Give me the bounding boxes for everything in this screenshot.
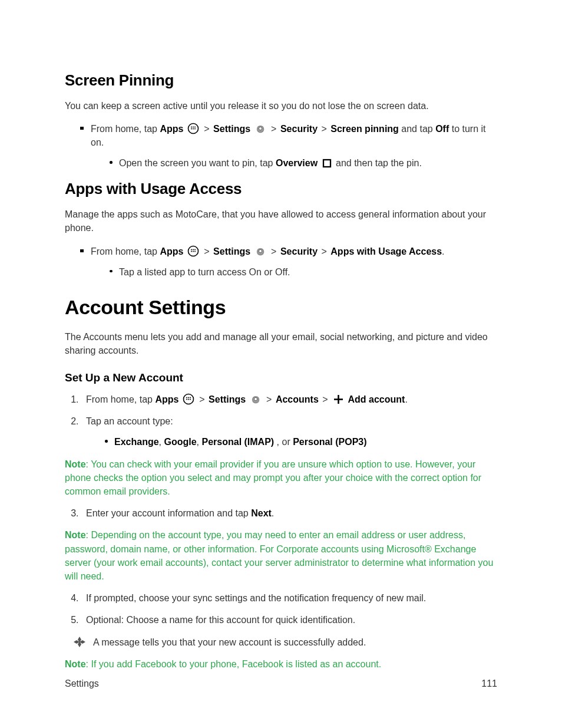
svg-point-21 xyxy=(186,399,187,400)
sublist: Tap a listed app to turn access On or Of… xyxy=(91,265,497,279)
note-2: Note: Depending on the account type, you… xyxy=(65,528,497,583)
heading-screen-pinning: Screen Pinning xyxy=(65,70,497,92)
text: and then tap the pin. xyxy=(333,158,422,168)
gt-separator: > xyxy=(199,394,204,404)
text: . xyxy=(405,394,407,404)
svg-point-10 xyxy=(191,249,192,250)
footer-page-number: 111 xyxy=(481,677,497,690)
text: From home, tap xyxy=(91,246,160,256)
intro-screen-pinning: You can keep a screen active until you r… xyxy=(65,99,497,113)
step-5: Optional: Choose a name for this account… xyxy=(81,613,497,627)
plus-icon xyxy=(333,394,344,405)
gt-separator: > xyxy=(322,394,328,404)
svg-point-15 xyxy=(194,251,196,252)
heading-account-settings: Account Settings xyxy=(65,293,497,322)
steps-list-cont: Enter your account information and tap N… xyxy=(65,506,497,520)
text: and tap xyxy=(399,124,435,134)
step-4: If prompted, choose your sync settings a… xyxy=(81,591,497,605)
heading-setup-account: Set Up a New Account xyxy=(65,370,497,386)
diamond-icon xyxy=(73,635,86,652)
label-next: Next xyxy=(251,508,272,518)
svg-point-4 xyxy=(191,128,192,129)
text: . xyxy=(442,246,444,256)
gt-separator: > xyxy=(271,246,276,256)
note-1: Note: You can check with your email prov… xyxy=(65,457,497,499)
step-2: Tap an account type: Exchange, Google, P… xyxy=(81,414,497,449)
svg-point-7 xyxy=(259,127,262,130)
sublist: Open the screen you want to pin, tap Ove… xyxy=(91,156,497,170)
svg-point-23 xyxy=(190,399,191,400)
svg-point-11 xyxy=(193,249,194,250)
gt-separator: > xyxy=(322,246,327,256)
option-google: Google xyxy=(164,437,196,447)
settings-icon xyxy=(250,393,262,405)
option-imap: Personal (IMAP) xyxy=(201,437,274,447)
note-3: Note: If you add Facebook to your phone,… xyxy=(65,657,497,671)
label-security: Security xyxy=(280,246,318,256)
svg-point-20 xyxy=(190,397,191,398)
svg-point-2 xyxy=(193,126,194,127)
apps-icon xyxy=(183,393,194,405)
svg-point-14 xyxy=(193,251,194,252)
intro-account-settings: The Accounts menu lets you add and manag… xyxy=(65,330,497,357)
options-list: Exchange, Google, Personal (IMAP) , or P… xyxy=(86,435,497,449)
overview-icon xyxy=(322,158,332,169)
document-page: Screen Pinning You can keep a screen act… xyxy=(0,0,562,728)
svg-point-18 xyxy=(186,397,187,398)
footer-section: Settings xyxy=(65,677,99,690)
steps-list: From home, tap Apps > Settings > Account… xyxy=(65,393,497,449)
label-apps: Apps xyxy=(160,124,183,134)
label-settings: Settings xyxy=(213,246,250,256)
svg-point-13 xyxy=(191,251,192,252)
gt-separator: > xyxy=(271,124,276,134)
label-add-account: Add account xyxy=(348,394,405,404)
label-security: Security xyxy=(280,124,318,134)
svg-point-16 xyxy=(259,249,262,252)
svg-point-3 xyxy=(194,126,196,127)
gt-separator: > xyxy=(204,246,209,256)
gt-separator: > xyxy=(266,394,272,404)
label-accounts: Accounts xyxy=(276,394,319,404)
step-1: From home, tap Apps > Settings > Account… xyxy=(81,393,497,406)
label-settings: Settings xyxy=(209,394,246,404)
gt-separator: > xyxy=(204,124,209,134)
label-off: Off xyxy=(435,124,449,134)
label-apps: Apps xyxy=(160,246,183,256)
text: Open the screen you want to pin, tap xyxy=(119,158,276,168)
svg-point-24 xyxy=(254,397,257,400)
list-item: Tap a listed app to turn access On or Of… xyxy=(111,265,497,279)
note-text: : If you add Facebook to your phone, Fac… xyxy=(86,659,382,669)
list-item: From home, tap Apps > Settings > Securit… xyxy=(81,245,497,279)
label-usage-access: Apps with Usage Access xyxy=(330,246,442,256)
diamond-note: A message tells you that your new accoun… xyxy=(65,635,497,649)
apps-icon xyxy=(187,123,199,134)
steps-list-cont2: If prompted, choose your sync settings a… xyxy=(65,591,497,627)
svg-rect-8 xyxy=(323,160,330,167)
svg-point-5 xyxy=(193,128,194,129)
svg-point-12 xyxy=(194,249,196,250)
note-label: Note xyxy=(65,459,86,469)
text: Enter your account information and tap xyxy=(86,508,251,518)
note-text: : You can check with your email provider… xyxy=(65,459,481,496)
label-overview: Overview xyxy=(276,158,318,168)
step-3: Enter your account information and tap N… xyxy=(81,506,497,520)
diamond-text: A message tells you that your new accoun… xyxy=(93,637,366,647)
label-settings: Settings xyxy=(213,124,250,134)
note-text: : Depending on the account type, you may… xyxy=(65,530,493,581)
list-usage-access: From home, tap Apps > Settings > Securit… xyxy=(65,245,497,279)
svg-point-1 xyxy=(191,126,192,127)
settings-icon xyxy=(254,123,266,134)
label-apps: Apps xyxy=(155,394,178,404)
list-item: Exchange, Google, Personal (IMAP) , or P… xyxy=(106,435,497,449)
intro-usage-access: Manage the apps such as MotoCare, that y… xyxy=(65,207,497,235)
svg-point-22 xyxy=(188,399,189,400)
label-screen-pinning: Screen pinning xyxy=(330,124,399,134)
list-item: Open the screen you want to pin, tap Ove… xyxy=(111,156,497,170)
note-label: Note xyxy=(65,659,86,669)
text: Tap an account type: xyxy=(86,416,173,426)
text: From home, tap xyxy=(86,394,155,404)
option-pop3: Personal (POP3) xyxy=(293,437,366,447)
gt-separator: > xyxy=(322,124,327,134)
settings-icon xyxy=(254,245,266,257)
svg-point-6 xyxy=(194,128,196,129)
